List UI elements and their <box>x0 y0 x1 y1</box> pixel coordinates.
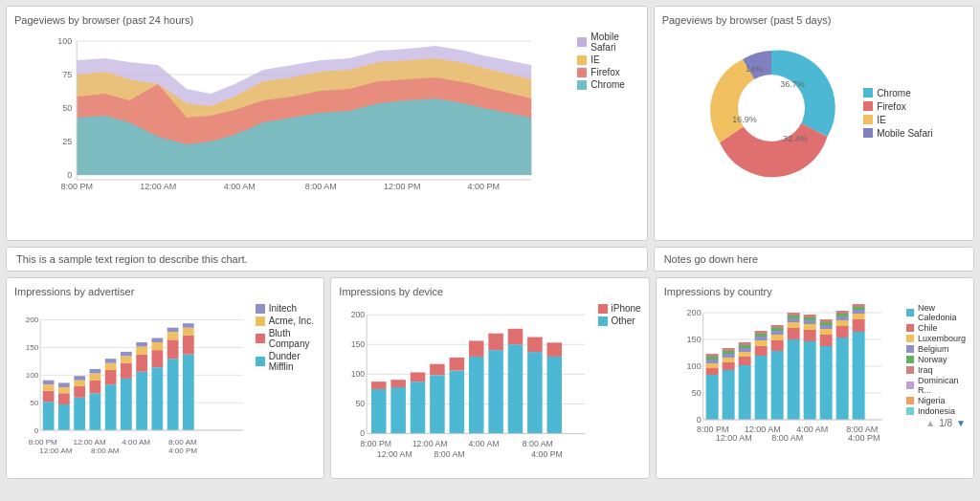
svg-rect-73 <box>183 355 194 430</box>
advertiser-chart-container: 200 150 100 50 0 <box>14 303 316 470</box>
svg-rect-143 <box>722 358 734 362</box>
svg-rect-194 <box>852 304 864 307</box>
svg-rect-157 <box>754 334 767 337</box>
bar-group-6 <box>121 352 132 430</box>
bar-chart-country: 200 150 100 50 0 <box>664 303 899 461</box>
svg-rect-159 <box>770 351 783 420</box>
legend-label-initech: Initech <box>269 303 297 314</box>
text-panel-left: This is a sample text region to describe… <box>6 247 648 272</box>
svg-rect-138 <box>705 359 718 363</box>
top-row: Pageviews by browser (past 24 hours) 100… <box>6 6 974 241</box>
bar-chart-device: 200 150 100 50 0 <box>339 303 590 470</box>
legend-color-firefox-donut <box>863 101 873 111</box>
legend-item-other: Other <box>598 316 641 326</box>
svg-rect-139 <box>705 357 718 359</box>
svg-rect-40 <box>43 381 55 385</box>
svg-rect-61 <box>136 372 147 430</box>
svg-rect-183 <box>835 338 848 420</box>
legend-item-indonesia: Indonesia <box>906 406 966 416</box>
legend-label-norway: Norway <box>918 355 947 364</box>
legend-country: New Caledonia Chile Luxembourg Belg <box>906 303 966 416</box>
panel-title-5d: Pageviews by browser (past 5 days) <box>662 14 966 26</box>
svg-rect-51 <box>90 374 101 381</box>
country-bar-6 <box>787 313 799 420</box>
legend-color-luxembourg <box>906 335 914 342</box>
legend-label-indonesia: Indonesia <box>918 406 955 416</box>
svg-text:8:00 AM: 8:00 AM <box>434 449 465 459</box>
legend-label-firefox: Firefox <box>590 67 620 77</box>
legend-label-ie-donut: IE <box>877 115 885 125</box>
legend-label-dominican: Dominican R... <box>918 376 966 395</box>
pageviews-browser-5d-panel: Pageviews by browser (past 5 days) <box>654 6 974 241</box>
pagination-up-icon[interactable]: ▲ <box>925 418 935 428</box>
svg-rect-71 <box>167 332 179 339</box>
svg-rect-56 <box>105 359 117 363</box>
svg-text:50: 50 <box>356 399 366 408</box>
svg-text:4:00 AM: 4:00 AM <box>224 182 256 191</box>
svg-rect-101 <box>411 372 426 381</box>
legend-color-new-caledonia <box>906 309 914 316</box>
device-bar-2 <box>391 380 407 433</box>
legend-label-chrome-donut: Chrome <box>877 88 911 98</box>
legend-item-chile: Chile <box>906 323 966 333</box>
svg-rect-187 <box>835 314 848 316</box>
legend-color-ie-donut <box>863 115 873 124</box>
svg-text:50: 50 <box>691 388 701 398</box>
svg-rect-150 <box>738 348 750 352</box>
svg-rect-98 <box>391 387 407 434</box>
svg-rect-186 <box>835 316 848 320</box>
legend-item-ie: IE <box>577 54 638 65</box>
legend-color-chile <box>906 324 914 332</box>
legend-item-dominican: Dominican R... <box>906 376 966 395</box>
svg-rect-59 <box>121 356 132 362</box>
svg-rect-137 <box>705 363 718 368</box>
svg-rect-68 <box>151 338 163 343</box>
svg-rect-55 <box>105 363 117 370</box>
svg-rect-53 <box>105 384 117 430</box>
svg-rect-63 <box>136 347 147 355</box>
bottom-row: Impressions by advertiser 200 150 100 50… <box>6 277 974 479</box>
svg-rect-110 <box>508 344 523 433</box>
svg-rect-50 <box>90 381 101 394</box>
svg-rect-106 <box>469 357 484 434</box>
pagination-down-icon[interactable]: ▼ <box>956 418 966 428</box>
country-bar-7 <box>803 315 815 420</box>
svg-text:8:00 PM: 8:00 PM <box>361 439 391 448</box>
legend-color-iraq <box>906 366 914 374</box>
device-bar-3 <box>411 372 426 433</box>
svg-text:100: 100 <box>26 371 39 380</box>
text-panel-right: Notes go down here <box>654 247 974 272</box>
bar-group-1 <box>43 381 55 430</box>
svg-rect-48 <box>74 376 85 381</box>
legend-color-bluth <box>256 334 265 343</box>
svg-rect-152 <box>738 342 750 345</box>
svg-text:8:00 AM: 8:00 AM <box>91 447 120 455</box>
legend-item-belgium: Belgium <box>906 344 966 354</box>
svg-rect-109 <box>489 334 504 350</box>
legend-item-initech: Initech <box>256 303 317 314</box>
device-bar-9 <box>527 338 543 434</box>
svg-text:150: 150 <box>26 343 39 352</box>
svg-rect-176 <box>803 315 815 317</box>
svg-rect-38 <box>43 391 55 403</box>
impressions-device-panel: Impressions by device 200 150 100 50 0 <box>330 277 649 479</box>
country-bar-8 <box>819 319 832 420</box>
svg-text:12:00 AM: 12:00 AM <box>73 438 106 447</box>
svg-rect-147 <box>738 365 750 420</box>
svg-text:4:00 AM: 4:00 AM <box>122 438 150 447</box>
svg-text:12:00 AM: 12:00 AM <box>412 439 448 448</box>
legend-item-chrome: Chrome <box>577 79 638 90</box>
legend-label-new-caledonia: New Caledonia <box>918 303 966 322</box>
svg-text:4:00 AM: 4:00 AM <box>469 439 500 448</box>
country-bar-3 <box>738 342 750 420</box>
svg-rect-107 <box>469 340 484 357</box>
svg-rect-114 <box>547 357 563 434</box>
svg-rect-57 <box>121 379 132 430</box>
svg-text:12:00 AM: 12:00 AM <box>140 182 176 191</box>
country-bar-9 <box>835 311 848 420</box>
svg-text:8:00 AM: 8:00 AM <box>168 438 197 447</box>
bar-group-3 <box>74 376 85 430</box>
donut-chart-container: 36.7% 32.4% 16.9% 14% Chrome Firefox <box>662 32 966 185</box>
svg-rect-163 <box>770 328 783 331</box>
svg-text:12:00 PM: 12:00 PM <box>384 182 421 191</box>
